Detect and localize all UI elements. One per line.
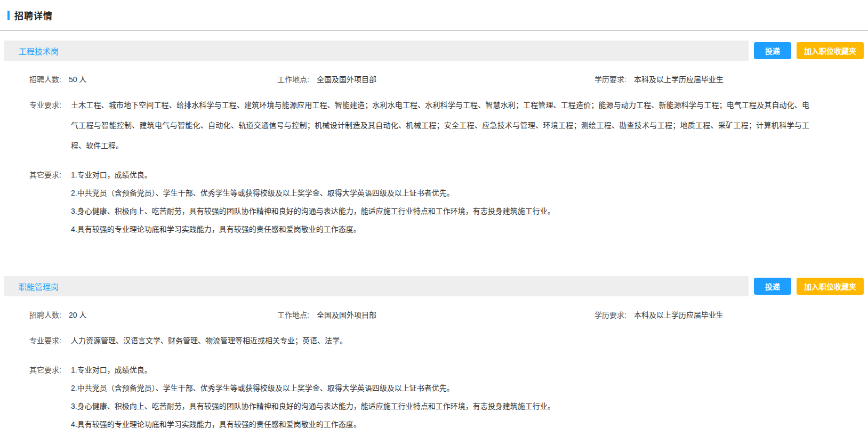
location-label: 工作地点: bbox=[277, 75, 309, 84]
other-requirements-row: 其它要求: 1.专业对口，成绩优良。 2.中共党员（含预备党员）、学生干部、优秀… bbox=[29, 169, 809, 235]
job-card-engineering: 工程技术岗 投递 加入职位收藏夹 招聘人数:50 人 工作地点:全国及国外项目部… bbox=[0, 41, 868, 235]
location-cell: 工作地点:全国及国外项目部 bbox=[277, 74, 594, 84]
location-value: 全国及国外项目部 bbox=[317, 75, 376, 84]
job-body: 招聘人数:20 人 工作地点:全国及国外项目部 学历要求:本科及以上学历应届毕业… bbox=[0, 309, 868, 428]
other-requirements-row: 其它要求: 1.专业对口，成绩优良。 2.中共党员（含预备党员）、学生干部、优秀… bbox=[29, 365, 809, 428]
other-requirement-item: 2.中共党员（含预备党员）、学生干部、优秀学生等或获得校级及以上奖学金、取得大学… bbox=[71, 188, 809, 198]
headcount-cell: 招聘人数:20 人 bbox=[29, 309, 277, 320]
major-requirements-row: 专业要求: 土木工程、城市地下空间工程、给排水科学与工程、建筑环境与能源应用工程… bbox=[29, 95, 809, 156]
apply-button[interactable]: 投递 bbox=[754, 42, 791, 59]
other-requirement-item: 1.专业对口，成绩优良。 bbox=[71, 169, 809, 180]
job-title-link[interactable]: 工程技术岗 bbox=[19, 45, 59, 56]
other-requirement-item: 2.中共党员（含预备党员）、学生干部、优秀学生等或获得校级及以上奖学金、取得大学… bbox=[71, 383, 809, 393]
job-header: 工程技术岗 投递 加入职位收藏夹 bbox=[4, 41, 864, 61]
job-title-bar: 职能管理岗 bbox=[4, 276, 749, 296]
major-label: 专业要求: bbox=[29, 95, 71, 156]
add-to-favorites-button[interactable]: 加入职位收藏夹 bbox=[797, 278, 864, 295]
major-requirements-row: 专业要求: 人力资源管理、汉语言文学、财务管理、物流管理等相近或相关专业；英语、… bbox=[29, 330, 809, 351]
other-requirement-item: 1.专业对口，成绩优良。 bbox=[71, 365, 809, 375]
headcount-value: 20 人 bbox=[69, 311, 86, 319]
major-label: 专业要求: bbox=[29, 330, 71, 351]
job-detail-row: 招聘人数:20 人 工作地点:全国及国外项目部 学历要求:本科及以上学历应届毕业… bbox=[29, 309, 809, 320]
education-label: 学历要求: bbox=[594, 75, 626, 84]
major-value: 人力资源管理、汉语言文学、财务管理、物流管理等相近或相关专业；英语、法学。 bbox=[71, 330, 809, 351]
apply-button[interactable]: 投递 bbox=[754, 278, 791, 295]
other-requirement-item: 3.身心健康、积极向上、吃苦耐劳，具有较强的团队协作精神和良好的沟通与表达能力，… bbox=[71, 206, 809, 216]
job-detail-row: 招聘人数:50 人 工作地点:全国及国外项目部 学历要求:本科及以上学历应届毕业… bbox=[29, 74, 809, 84]
headcount-value: 50 人 bbox=[69, 75, 86, 84]
job-title-link[interactable]: 职能管理岗 bbox=[19, 281, 59, 292]
education-cell: 学历要求:本科及以上学历应届毕业生 bbox=[594, 74, 809, 84]
education-value: 本科及以上学历应届毕业生 bbox=[634, 75, 724, 84]
other-requirement-item: 4.具有较强的专业理论功底和学习实践能力，具有较强的责任感和爱岗敬业的工作态度。 bbox=[71, 224, 809, 235]
education-cell: 学历要求:本科及以上学历应届毕业生 bbox=[594, 309, 809, 320]
headcount-label: 招聘人数: bbox=[29, 75, 61, 84]
location-cell: 工作地点:全国及国外项目部 bbox=[277, 309, 594, 320]
education-label: 学历要求: bbox=[594, 311, 626, 319]
header-divider bbox=[0, 30, 868, 31]
other-label: 其它要求: bbox=[29, 169, 71, 235]
headcount-cell: 招聘人数:50 人 bbox=[29, 74, 277, 84]
headcount-label: 招聘人数: bbox=[29, 311, 61, 319]
page-title: 招聘详情 bbox=[14, 9, 53, 22]
location-value: 全国及国外项目部 bbox=[317, 311, 376, 319]
major-value: 土木工程、城市地下空间工程、给排水科学与工程、建筑环境与能源应用工程、智能建造；… bbox=[71, 95, 809, 156]
job-body: 招聘人数:50 人 工作地点:全国及国外项目部 学历要求:本科及以上学历应届毕业… bbox=[0, 74, 868, 235]
other-label: 其它要求: bbox=[29, 365, 71, 428]
other-requirement-item: 4.具有较强的专业理论功底和学习实践能力，具有较强的责任感和爱岗敬业的工作态度。 bbox=[71, 419, 809, 428]
other-requirement-item: 3.身心健康、积极向上、吃苦耐劳，具有较强的团队协作精神和良好的沟通与表达能力，… bbox=[71, 401, 809, 411]
other-requirements-list: 1.专业对口，成绩优良。 2.中共党员（含预备党员）、学生干部、优秀学生等或获得… bbox=[71, 169, 809, 235]
job-header: 职能管理岗 投递 加入职位收藏夹 bbox=[4, 276, 864, 296]
title-accent-bar bbox=[7, 11, 10, 20]
page-header: 招聘详情 bbox=[0, 0, 868, 22]
education-value: 本科及以上学历应届毕业生 bbox=[634, 311, 724, 319]
job-title-bar: 工程技术岗 bbox=[4, 41, 749, 61]
location-label: 工作地点: bbox=[277, 311, 309, 319]
other-requirements-list: 1.专业对口，成绩优良。 2.中共党员（含预备党员）、学生干部、优秀学生等或获得… bbox=[71, 365, 809, 428]
job-card-management: 职能管理岗 投递 加入职位收藏夹 招聘人数:20 人 工作地点:全国及国外项目部… bbox=[0, 276, 868, 428]
add-to-favorites-button[interactable]: 加入职位收藏夹 bbox=[797, 42, 864, 59]
